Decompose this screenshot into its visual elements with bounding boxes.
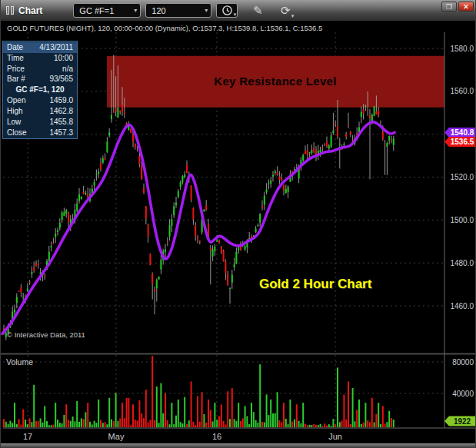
svg-text:1580.0: 1580.0 [450, 45, 474, 53]
chevron-down-icon: ▾ [234, 12, 237, 17]
tooltip-row-low: Low1455.8 [3, 117, 77, 128]
chevron-down-icon: ▾ [129, 7, 137, 14]
tooltip-symbol-header: GC #F=1, 120 [3, 85, 77, 95]
svg-text:Jun: Jun [328, 432, 342, 441]
svg-text:1460.0: 1460.0 [450, 302, 474, 310]
symbol-dropdown[interactable]: GC #F=1 ▾ [73, 3, 141, 18]
symbol-dropdown-value: GC #F=1 [79, 6, 114, 15]
window-icon [6, 6, 14, 15]
svg-text:40000: 40000 [452, 390, 474, 398]
tooltip-row-bar: Bar #93/565 [3, 74, 77, 85]
interval-dropdown-value: 120 [151, 6, 165, 15]
restore-icon: ❐ [446, 3, 452, 11]
volume-bars [3, 356, 394, 427]
svg-text:1500.0: 1500.0 [450, 216, 474, 224]
svg-text:80000: 80000 [452, 358, 474, 367]
svg-text:16: 16 [212, 432, 221, 441]
tooltip-row-time: Time10:00 [3, 53, 77, 64]
svg-text:1560.0: 1560.0 [450, 87, 474, 95]
chart-header-line: GOLD FUTURES (NIGHT), 120, 00:00-00:00 (… [7, 24, 322, 32]
close-icon: ✕ [463, 3, 469, 11]
time-interval-button[interactable]: ▾ [216, 3, 238, 18]
resistance-annotation: Key Resistance Level [107, 75, 444, 88]
tooltip-row-high: High1462.8 [3, 106, 77, 117]
svg-text:17: 17 [23, 432, 32, 441]
clock-icon [221, 5, 233, 16]
svg-text:1536.5: 1536.5 [451, 138, 474, 146]
chart-window: Chart GC #F=1 ▾ 120 ▾ ▾ ✎ ⟳ ▾ ❐ ✕ [0, 0, 476, 448]
data-window: Date4/13/2011 Time10:00 Pricen/a Bar #93… [2, 41, 78, 139]
price-axis-labels: 1580.01560.01520.01500.01480.01460.08000… [450, 45, 474, 398]
close-window-button[interactable]: ✕ [458, 2, 474, 12]
bottom-scrollbar[interactable] [1, 443, 475, 448]
time-axis-labels: 17May16Jun [23, 432, 342, 441]
volume-pane-label: Volume [6, 357, 33, 367]
chart-title-annotation: Gold 2 Hour Chart [259, 277, 371, 292]
svg-text:1480.0: 1480.0 [450, 259, 474, 267]
titlebar: Chart GC #F=1 ▾ 120 ▾ ▾ ✎ ⟳ ▾ ❐ ✕ [1, 0, 475, 21]
svg-text:May: May [108, 432, 125, 441]
svg-text:1520.0: 1520.0 [450, 173, 474, 181]
interval-dropdown[interactable]: 120 ▾ [145, 3, 211, 18]
draw-button[interactable]: ✎ [248, 3, 267, 18]
svg-text:1540.8: 1540.8 [451, 128, 474, 137]
refresh-button[interactable]: ⟳ ▾ [276, 3, 295, 18]
chevron-down-icon: ▾ [200, 7, 208, 14]
copyright-text: © Interactive Data, 2011 [7, 330, 85, 339]
pencil-icon: ✎ [253, 4, 263, 18]
window-title: Chart [18, 5, 42, 16]
tooltip-row-date: Date4/13/2011 [3, 42, 77, 53]
tooltip-row-open: Open1459.0 [3, 95, 77, 106]
volume-tag: 1922 [444, 416, 476, 426]
tooltip-row-close: Close1457.3 [3, 128, 77, 138]
svg-text:1922: 1922 [454, 417, 471, 426]
restore-window-button[interactable]: ❐ [441, 2, 457, 12]
tooltip-row-price: Pricen/a [3, 64, 77, 75]
chevron-down-icon: ▾ [291, 14, 295, 18]
last-price-tag: 1536.5 [444, 137, 476, 147]
ma-price-tag: 1540.8 [444, 128, 476, 138]
refresh-icon: ⟳ [281, 4, 291, 18]
